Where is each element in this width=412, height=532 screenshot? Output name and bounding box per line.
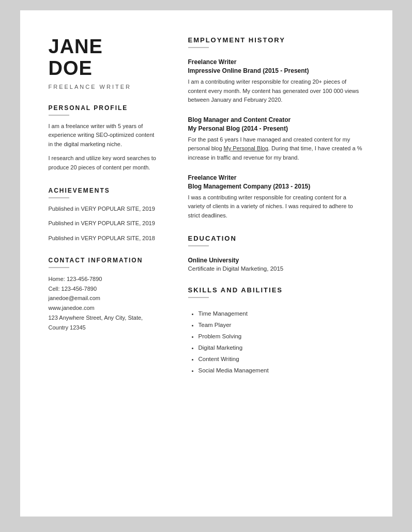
skills-title: SKILLS AND ABILITIES: [188, 286, 364, 294]
skills-list: Time Management Team Player Problem Solv…: [188, 308, 364, 376]
job-company-1: My Personal Blog (2014 - Present): [188, 125, 364, 132]
resume-page: JANE DOE FREELANCE WRITER PERSONAL PROFI…: [20, 10, 392, 517]
skill-item-2: Problem Solving: [199, 331, 364, 342]
personal-profile-title: PERSONAL PROFILE: [49, 104, 157, 112]
achievements-title: ACHIEVEMENTS: [49, 187, 157, 194]
achievement-item-1: Published in VERY POPULAR SITE, 2019: [49, 219, 157, 228]
right-column: EMPLOYMENT HISTORY Freelance Writer Impr…: [173, 36, 364, 491]
contact-home: Home: 123-456-7890: [49, 274, 157, 284]
edu-school: Online University: [188, 257, 364, 264]
skill-item-4: Content Writing: [199, 354, 364, 365]
achievements-section: ACHIEVEMENTS Published in VERY POPULAR S…: [49, 187, 157, 243]
personal-profile-section: PERSONAL PROFILE I am a freelance writer…: [49, 104, 157, 173]
contact-address: 123 Anywhere Street, Any City, State, Co…: [49, 313, 157, 332]
skill-item-5: Social Media Management: [199, 365, 364, 377]
job-title-1: Blog Manager and Content Creator: [188, 116, 364, 123]
job-block-0: Freelance Writer Impressive Online Brand…: [188, 58, 364, 105]
name-display: JANE DOE: [49, 36, 157, 80]
personal-blog-link[interactable]: My Personal Blog: [224, 145, 268, 151]
contact-divider: [49, 267, 69, 268]
contact-section: CONTACT INFORMATION Home: 123-456-7890 C…: [49, 257, 157, 332]
job-company-0: Impressive Online Brand (2015 - Present): [188, 67, 364, 74]
employment-divider: [188, 47, 209, 48]
name-block: JANE DOE FREELANCE WRITER: [49, 36, 157, 90]
personal-profile-para1: I am a freelance writer with 5 years of …: [49, 122, 157, 149]
contact-email: janedoe@email.com: [49, 293, 157, 303]
contact-title: CONTACT INFORMATION: [49, 257, 157, 264]
education-title: EDUCATION: [188, 234, 364, 242]
first-name: JANE: [49, 36, 103, 57]
personal-profile-para2: I research and utilize key word searches…: [49, 154, 157, 172]
last-name: DOE: [49, 57, 93, 79]
job-title-0: Freelance Writer: [188, 58, 364, 66]
employment-title: EMPLOYMENT HISTORY: [188, 36, 364, 44]
skill-item-1: Team Player: [199, 320, 364, 331]
skills-section: SKILLS AND ABILITIES Time Management Tea…: [188, 286, 364, 376]
job-company-2: Blog Management Company (2013 - 2015): [188, 183, 364, 190]
education-divider: [188, 245, 209, 246]
job-desc-1: For the past 6 years I have managed and …: [188, 135, 364, 163]
education-section: EDUCATION Online University Certificate …: [188, 234, 364, 272]
employment-section: EMPLOYMENT HISTORY Freelance Writer Impr…: [188, 36, 364, 220]
achievements-divider: [49, 197, 69, 198]
skills-divider: [188, 297, 209, 298]
contact-website: www.janedoe.com: [49, 303, 157, 313]
edu-degree: Certificate in Digital Marketing, 2015: [188, 265, 364, 272]
job-desc-0: I am a contributing writer responsible f…: [188, 77, 364, 105]
personal-profile-divider: [49, 115, 69, 116]
job-block-2: Freelance Writer Blog Management Company…: [188, 174, 364, 221]
job-block-1: Blog Manager and Content Creator My Pers…: [188, 116, 364, 163]
achievement-item-2: Published in VERY POPULAR SITE, 2018: [49, 234, 157, 243]
job-subtitle: FREELANCE WRITER: [49, 84, 157, 90]
job-title-2: Freelance Writer: [188, 174, 364, 181]
skill-item-3: Digital Marketing: [199, 342, 364, 354]
contact-cell: Cell: 123-456-7890: [49, 284, 157, 294]
skill-item-0: Time Management: [199, 308, 364, 320]
achievement-item-0: Published in VERY POPULAR SITE, 2019: [49, 205, 157, 213]
job-desc-2: I was a contributing writer responsible …: [188, 193, 364, 221]
edu-block: Online University Certificate in Digital…: [188, 257, 364, 272]
left-column: JANE DOE FREELANCE WRITER PERSONAL PROFI…: [49, 36, 173, 491]
